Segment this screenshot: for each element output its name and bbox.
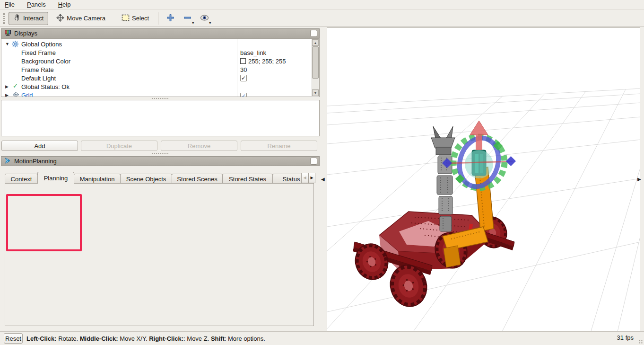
motionplanning-panel-title: MotionPlanning [14,158,57,165]
collapse-left-panel-icon[interactable]: ◀ [321,177,325,182]
tree-label: Grid [21,92,33,97]
plus-icon [166,14,174,23]
reset-button[interactable]: Reset [4,333,23,344]
splitter-handle[interactable] [152,153,168,155]
fixed-frame-value[interactable]: base_link [240,49,266,56]
interact-tool-button[interactable]: Interact [9,12,48,25]
gear-icon [12,41,18,49]
tree-row-grid[interactable]: ▶ Grid [1,91,319,97]
chevron-collapsed-icon[interactable]: ▶ [5,84,9,89]
rename-button-label: Rename [267,142,290,150]
displays-panel-titlebar[interactable]: Displays [1,28,320,38]
scroll-down-icon[interactable]: ▼ [312,89,319,96]
zoom-out-tool-button[interactable]: ▾ [180,12,194,25]
displays-tree: ▼ Global Options Fixed Frame base_link B… [1,38,320,97]
motionplanning-tabstrip: Context Planning Manipulation Scene Obje… [5,172,301,184]
window-resize-grip[interactable] [638,339,643,344]
tree-label: Fixed Frame [21,49,56,56]
grid-checkbox[interactable] [240,93,247,97]
scrollbar-thumb[interactable] [312,46,319,79]
tab-label: Context [11,176,32,183]
display-description-box [1,100,320,136]
toolbar-separator [158,12,158,25]
visibility-tool-button[interactable]: ▾ [197,12,211,25]
displays-panel-close-button[interactable] [310,30,317,37]
tree-row-fixed-frame[interactable]: Fixed Frame base_link [1,48,319,57]
add-display-button[interactable]: Add [1,141,78,151]
tab-status[interactable]: Status [272,174,301,184]
interact-tool-label: Interact [23,15,44,22]
select-tool-button[interactable]: Select [117,12,153,25]
reset-button-label: Reset [5,335,21,342]
rename-display-button[interactable]: Rename [241,141,317,151]
scroll-up-icon[interactable]: ▲ [312,39,319,46]
minus-icon [183,14,191,23]
tab-scroll-right-button[interactable]: ▶ [308,173,315,183]
tab-scene-objects[interactable]: Scene Objects [120,174,172,184]
add-button-label: Add [34,142,45,150]
grid-icon [12,92,19,97]
remove-display-button[interactable]: Remove [161,141,237,151]
tab-label: Scene Objects [126,176,166,183]
tab-stored-states[interactable]: Stored States [222,174,273,184]
check-ok-icon: ✓ [13,82,18,89]
tab-manipulation[interactable]: Manipulation [74,174,121,184]
marker-sphere [465,150,493,178]
background-color-value[interactable]: 255; 255; 255 [248,58,286,65]
motionplanning-panel-close-button[interactable] [310,158,317,165]
toolbar: Interact Move Camera Select ▾ ▾ [0,10,644,27]
menu-panels[interactable]: Panels [27,1,46,8]
move-camera-tool-button[interactable]: Move Camera [52,12,110,25]
monitor-icon [4,29,11,37]
displays-panel-title: Displays [14,30,37,37]
tab-label: Status [283,176,300,183]
tree-scrollbar[interactable]: ▲ ▼ [312,39,319,96]
tree-row-background-color[interactable]: Background Color 255; 255; 255 [1,57,319,65]
chevron-down-icon[interactable]: ▾ [192,21,194,25]
hand-cursor-icon [13,14,21,23]
chevron-down-icon[interactable]: ▾ [209,21,211,25]
tree-label: Background Color [21,58,70,65]
selection-box-icon [122,14,130,23]
default-light-checkbox[interactable] [240,75,247,81]
frame-rate-value[interactable]: 30 [240,66,247,73]
tab-scroll-left-button[interactable]: ◀ [301,173,308,183]
remove-button-label: Remove [188,142,210,150]
tree-label: Default Light [21,75,56,82]
menu-bar: File Panels Help [0,0,644,9]
menu-file[interactable]: File [5,1,15,8]
tree-label: Global Status: Ok [21,83,70,90]
chevron-expanded-icon[interactable]: ▼ [5,42,9,46]
collapse-right-panel-icon[interactable]: ▶ [637,177,641,182]
tree-label: Global Options [21,41,62,48]
duplicate-display-button[interactable]: Duplicate [81,141,157,151]
motionplanning-panel-titlebar[interactable]: MotionPlanning [1,156,320,166]
move-arrows-icon [56,14,64,23]
tree-row-global-options[interactable]: ▼ Global Options [1,40,319,48]
tree-row-default-light[interactable]: Default Light [1,74,319,82]
tab-context[interactable]: Context [5,174,38,184]
duplicate-button-label: Duplicate [106,142,132,150]
tab-stored-scenes[interactable]: Stored Scenes [172,174,223,184]
mouse-help-text: Left-Click: Rotate. Middle-Click: Move X… [26,335,265,342]
color-swatch[interactable] [240,58,246,64]
rover-robot[interactable] [351,121,516,310]
fps-counter: 31 fps [617,334,634,341]
toolbar-drag-handle[interactable] [3,13,5,24]
tree-label: Frame Rate [21,66,54,73]
tab-planning[interactable]: Planning [37,172,74,184]
select-tool-label: Select [132,15,149,22]
menu-help[interactable]: Help [58,1,71,8]
3d-viewport[interactable] [327,27,640,331]
3d-scene [327,28,640,331]
motion-planning-icon [4,157,11,166]
chevron-collapsed-icon[interactable]: ▶ [5,93,9,97]
tree-row-global-status[interactable]: ▶ ✓ Global Status: Ok [1,82,319,91]
eye-icon [200,15,209,22]
tab-label: Planning [44,175,68,182]
tab-label: Manipulation [80,176,115,183]
status-bar: Reset Left-Click: Rotate. Middle-Click: … [0,331,644,345]
zoom-in-tool-button[interactable] [163,12,177,25]
tab-label: Stored States [229,176,266,183]
tree-row-frame-rate[interactable]: Frame Rate 30 [1,65,319,74]
